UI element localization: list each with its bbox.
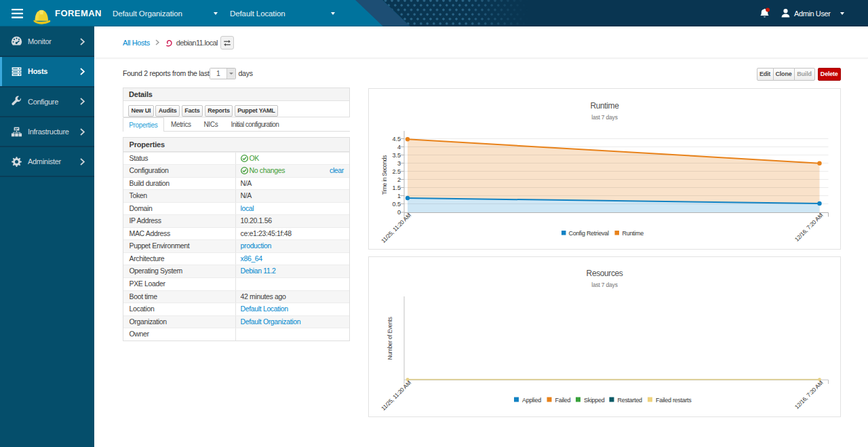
svg-text:Failed: Failed [555, 396, 571, 403]
svg-text:Runtime: Runtime [623, 229, 644, 236]
svg-text:2: 2 [397, 176, 401, 182]
svg-text:1: 1 [397, 192, 401, 199]
svg-text:4: 4 [397, 143, 401, 150]
svg-text:Resources: Resources [587, 268, 623, 277]
svg-text:last 7 days: last 7 days [591, 281, 617, 288]
svg-text:Failed restarts: Failed restarts [656, 396, 692, 403]
svg-text:0: 0 [397, 209, 401, 216]
svg-text:2.5: 2.5 [392, 168, 401, 174]
svg-text:Number of Events: Number of Events [387, 317, 393, 359]
svg-text:0.5: 0.5 [392, 200, 401, 207]
svg-text:4.5: 4.5 [392, 135, 401, 142]
svg-text:Config Retrieval: Config Retrieval [569, 229, 610, 236]
svg-text:Skipped: Skipped [584, 396, 605, 403]
svg-text:1.5: 1.5 [392, 184, 401, 191]
svg-text:3.5: 3.5 [392, 151, 401, 158]
svg-text:Restarted: Restarted [618, 396, 643, 403]
svg-text:last 7 days: last 7 days [591, 114, 617, 121]
svg-text:Applied: Applied [522, 396, 541, 403]
svg-text:3: 3 [397, 159, 401, 166]
svg-text:Time in Seconds: Time in Seconds [381, 155, 388, 195]
svg-text:Runtime: Runtime [591, 100, 620, 110]
